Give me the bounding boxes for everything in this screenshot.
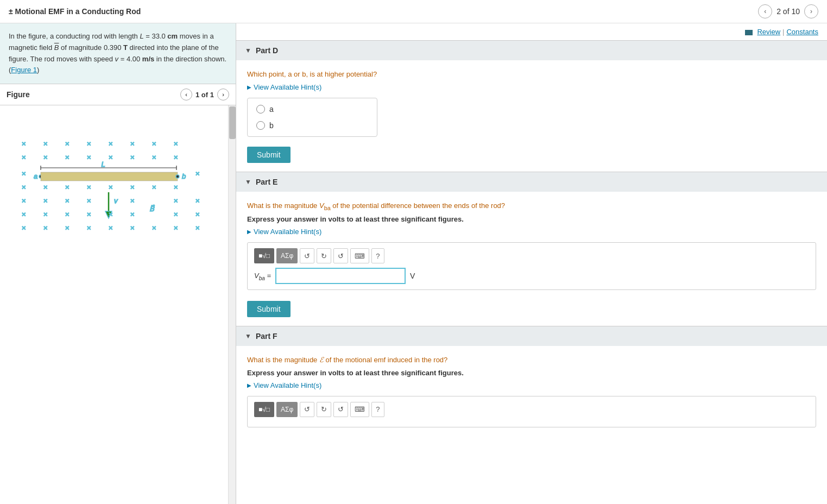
svg-text:×: × <box>43 210 48 218</box>
svg-text:×: × <box>87 210 91 218</box>
rod-diagram: × × × × × × × × × × × × × × <box>11 127 206 247</box>
toolbar-row-f: ■√□ ΑΣφ ↺ ↻ ↺ ⌨ ? <box>254 402 809 417</box>
svg-text:×: × <box>65 197 70 205</box>
svg-text:×: × <box>195 210 200 218</box>
toolbar-row-e: ■√□ ΑΣφ ↺ ↻ ↺ ⌨ ? <box>254 248 809 263</box>
problem-text: In the figure, a conducting rod with len… <box>0 23 236 84</box>
right-panel: Review | Constants ▼ Part D Which point,… <box>236 23 827 504</box>
svg-text:×: × <box>174 210 178 218</box>
svg-text:×: × <box>87 224 91 232</box>
svg-text:×: × <box>87 140 91 148</box>
svg-text:×: × <box>109 224 113 232</box>
svg-text:×: × <box>22 169 26 178</box>
hint-label-e: View Available Hint(s) <box>254 228 321 236</box>
option-a[interactable]: a <box>256 105 368 114</box>
tb-undo-btn-e[interactable]: ↺ <box>300 248 314 263</box>
hint-arrow: ▶ <box>247 84 251 90</box>
figure-page-indicator: 1 of 1 <box>195 91 214 99</box>
tb-sqrt-btn-e[interactable]: ■√□ <box>254 248 274 263</box>
svg-text:L: L <box>101 160 105 168</box>
figure-prev-button[interactable]: ‹ <box>180 89 192 100</box>
part-f-hint[interactable]: ▶ View Available Hint(s) <box>247 381 816 389</box>
hint-label-f: View Available Hint(s) <box>254 381 321 389</box>
svg-text:×: × <box>109 140 113 148</box>
svg-text:×: × <box>152 140 156 148</box>
part-d-hint[interactable]: ▶ View Available Hint(s) <box>247 83 816 91</box>
problem-line1: In the figure, a conducting rod with len… <box>9 32 226 74</box>
part-e-submit[interactable]: Submit <box>247 301 291 317</box>
next-button[interactable]: › <box>804 4 818 18</box>
part-f-question-line2: Express your answer in volts to at least… <box>247 369 816 377</box>
tb-keyboard-btn-e[interactable]: ⌨ <box>350 248 369 263</box>
option-a-label: a <box>269 105 274 114</box>
part-e-title: Part E <box>256 178 277 186</box>
svg-text:×: × <box>174 140 178 148</box>
svg-text:×: × <box>195 169 200 178</box>
svg-text:×: × <box>152 153 156 161</box>
part-f-header[interactable]: ▼ Part F <box>236 326 827 346</box>
figure-title: Figure <box>7 90 30 99</box>
prev-button[interactable]: ‹ <box>758 4 772 18</box>
svg-text:×: × <box>65 140 70 148</box>
tb-help-btn-e[interactable]: ? <box>371 248 384 263</box>
hint-arrow-e: ▶ <box>247 229 251 235</box>
tb-help-btn-f[interactable]: ? <box>371 402 384 417</box>
page-title: ± Motional EMF in a Conducting Rod <box>9 7 141 16</box>
tb-redo-btn-e[interactable]: ↻ <box>317 248 331 263</box>
tb-sigma-btn-e[interactable]: ΑΣφ <box>276 248 298 263</box>
part-d-header[interactable]: ▼ Part D <box>236 41 827 60</box>
svg-text:×: × <box>174 224 178 232</box>
part-e-toolbar: ■√□ ΑΣφ ↺ ↻ ↺ ⌨ ? Vba = V <box>247 242 816 290</box>
part-e-header[interactable]: ▼ Part E <box>236 172 827 192</box>
review-link[interactable]: Review <box>757 28 780 36</box>
svg-text:×: × <box>130 197 135 205</box>
hint-label: View Available Hint(s) <box>254 83 321 91</box>
figure-next-button[interactable]: › <box>217 89 229 100</box>
part-e-arrow: ▼ <box>245 178 251 186</box>
svg-text:×: × <box>174 183 178 191</box>
tb-keyboard-btn-f[interactable]: ⌨ <box>350 402 369 417</box>
tb-redo-btn-f[interactable]: ↻ <box>317 402 331 417</box>
constants-link[interactable]: Constants <box>786 28 818 36</box>
tb-sigma-btn-f[interactable]: ΑΣφ <box>276 402 298 417</box>
scroll-thumb[interactable] <box>229 106 236 139</box>
tb-sqrt-btn-f[interactable]: ■√□ <box>254 402 274 417</box>
option-b[interactable]: b <box>256 121 368 130</box>
svg-text:×: × <box>43 140 48 148</box>
part-e-input[interactable] <box>275 268 406 284</box>
part-d-submit[interactable]: Submit <box>247 147 291 163</box>
figure-nav: ‹ 1 of 1 › <box>180 89 229 100</box>
svg-text:×: × <box>87 153 91 161</box>
left-panel: In the figure, a conducting rod with len… <box>0 23 236 504</box>
part-d-body: Which point, a or b, is at higher potent… <box>236 60 827 172</box>
hint-arrow-f: ▶ <box>247 382 251 388</box>
svg-text:×: × <box>195 197 200 205</box>
svg-rect-23 <box>41 172 178 181</box>
part-f-question-line1: What is the magnitude ℰ of the motional … <box>247 355 816 366</box>
part-e-section: ▼ Part E What is the magnitude Vba of th… <box>236 172 827 326</box>
radio-a[interactable] <box>256 105 265 114</box>
svg-text:v: v <box>114 197 118 205</box>
svg-text:B⃗: B⃗ <box>149 205 155 213</box>
part-d-options: a b <box>247 98 377 137</box>
tb-undo-btn-f[interactable]: ↺ <box>300 402 314 417</box>
svg-text:×: × <box>22 224 26 232</box>
part-e-hint[interactable]: ▶ View Available Hint(s) <box>247 228 816 236</box>
svg-text:×: × <box>22 210 26 218</box>
tb-reset-btn-e[interactable]: ↺ <box>333 248 348 263</box>
part-f-body: What is the magnitude ℰ of the motional … <box>236 346 827 436</box>
figure1-link[interactable]: Figure 1 <box>11 66 37 74</box>
tb-reset-btn-f[interactable]: ↺ <box>333 402 348 417</box>
top-links: Review | Constants <box>236 23 827 40</box>
svg-text:×: × <box>109 210 113 218</box>
svg-text:×: × <box>22 153 26 161</box>
svg-text:×: × <box>174 153 178 161</box>
page-indicator: 2 of 10 <box>777 7 800 16</box>
svg-text:b: b <box>182 172 186 180</box>
figure-scrollbar[interactable] <box>228 105 236 504</box>
input-row-e: Vba = V <box>254 268 809 284</box>
radio-b[interactable] <box>256 121 265 130</box>
svg-text:×: × <box>130 140 135 148</box>
svg-text:×: × <box>22 183 26 191</box>
svg-text:×: × <box>65 224 70 232</box>
